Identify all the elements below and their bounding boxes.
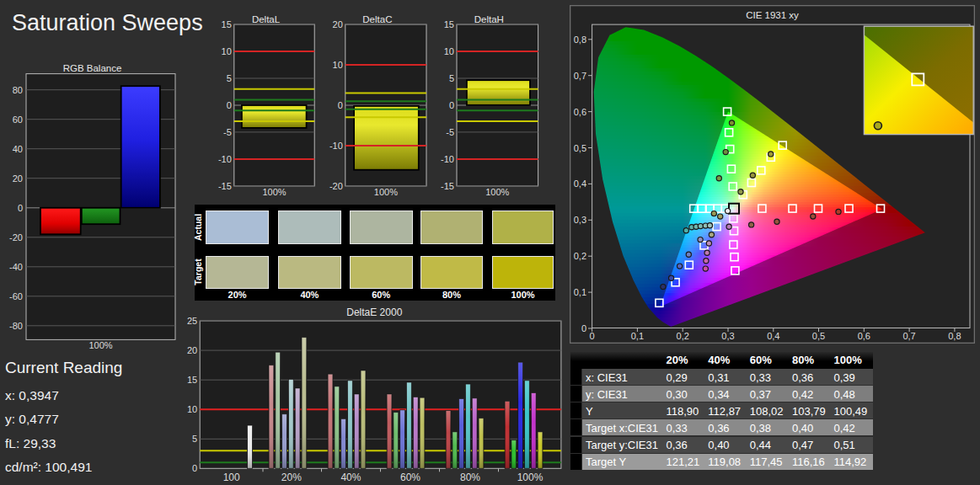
svg-text:80%: 80% bbox=[460, 472, 480, 483]
svg-text:0,7: 0,7 bbox=[902, 331, 915, 341]
svg-text:5: 5 bbox=[227, 73, 232, 83]
svg-text:0,4: 0,4 bbox=[767, 331, 779, 341]
svg-text:-10: -10 bbox=[329, 141, 343, 151]
svg-text:0: 0 bbox=[18, 203, 23, 213]
svg-text:0,5: 0,5 bbox=[574, 143, 586, 153]
svg-text:10: 10 bbox=[222, 46, 232, 56]
svg-text:0: 0 bbox=[449, 100, 454, 110]
svg-text:15: 15 bbox=[444, 19, 454, 29]
svg-text:-20: -20 bbox=[329, 181, 343, 191]
svg-text:-15: -15 bbox=[218, 181, 232, 191]
svg-text:100%: 100% bbox=[485, 187, 509, 197]
svg-text:-60: -60 bbox=[9, 291, 23, 301]
svg-text:10: 10 bbox=[187, 404, 197, 414]
svg-text:0: 0 bbox=[590, 331, 595, 341]
svg-text:15: 15 bbox=[222, 19, 232, 29]
svg-text:100%: 100% bbox=[262, 187, 286, 197]
svg-text:0: 0 bbox=[192, 463, 197, 473]
svg-text:DeltaE 2000: DeltaE 2000 bbox=[346, 306, 402, 318]
svg-text:-40: -40 bbox=[9, 262, 23, 272]
svg-text:40%: 40% bbox=[340, 472, 361, 483]
svg-text:100%: 100% bbox=[88, 340, 112, 350]
svg-text:0,4: 0,4 bbox=[574, 179, 586, 189]
svg-text:100: 100 bbox=[223, 472, 240, 483]
svg-text:60%: 60% bbox=[400, 472, 420, 483]
svg-text:20%: 20% bbox=[281, 472, 302, 483]
svg-text:0,6: 0,6 bbox=[858, 331, 870, 341]
svg-text:80: 80 bbox=[13, 85, 23, 95]
svg-text:5: 5 bbox=[449, 73, 454, 83]
svg-text:0,1: 0,1 bbox=[574, 287, 586, 297]
svg-text:0,8: 0,8 bbox=[574, 35, 586, 45]
svg-text:0,6: 0,6 bbox=[574, 107, 586, 117]
svg-text:0: 0 bbox=[338, 100, 343, 110]
svg-text:CIE 1931 xy: CIE 1931 xy bbox=[746, 10, 799, 20]
svg-text:20: 20 bbox=[333, 19, 343, 29]
svg-text:60: 60 bbox=[13, 115, 23, 125]
svg-text:0,2: 0,2 bbox=[574, 251, 586, 261]
svg-text:100%: 100% bbox=[374, 187, 398, 197]
svg-text:0,5: 0,5 bbox=[812, 331, 825, 341]
svg-text:0: 0 bbox=[227, 100, 232, 110]
svg-text:-10: -10 bbox=[441, 154, 454, 164]
svg-text:25: 25 bbox=[187, 316, 197, 326]
svg-text:0,2: 0,2 bbox=[677, 331, 689, 341]
svg-text:-5: -5 bbox=[446, 127, 454, 137]
svg-text:-10: -10 bbox=[218, 154, 232, 164]
svg-text:0: 0 bbox=[581, 323, 586, 333]
svg-text:100%: 100% bbox=[517, 472, 544, 483]
svg-text:15: 15 bbox=[187, 375, 197, 385]
svg-text:0,1: 0,1 bbox=[631, 331, 644, 341]
svg-text:-15: -15 bbox=[441, 181, 454, 191]
svg-text:DeltaC: DeltaC bbox=[362, 14, 392, 24]
svg-text:20: 20 bbox=[187, 345, 197, 355]
svg-text:-20: -20 bbox=[9, 232, 23, 242]
svg-text:20: 20 bbox=[13, 173, 23, 184]
svg-text:-5: -5 bbox=[223, 127, 232, 137]
svg-text:5: 5 bbox=[192, 434, 197, 444]
svg-text:40: 40 bbox=[13, 144, 23, 154]
svg-text:-80: -80 bbox=[9, 321, 23, 331]
svg-text:0,3: 0,3 bbox=[721, 331, 734, 341]
svg-text:0,3: 0,3 bbox=[574, 215, 586, 225]
svg-text:DeltaL: DeltaL bbox=[252, 14, 281, 24]
svg-text:0,7: 0,7 bbox=[574, 71, 586, 81]
svg-text:RGB Balance: RGB Balance bbox=[63, 63, 122, 73]
svg-text:10: 10 bbox=[444, 46, 454, 56]
svg-text:10: 10 bbox=[333, 60, 343, 70]
svg-text:DeltaH: DeltaH bbox=[474, 14, 504, 24]
svg-text:0,8: 0,8 bbox=[948, 331, 961, 341]
